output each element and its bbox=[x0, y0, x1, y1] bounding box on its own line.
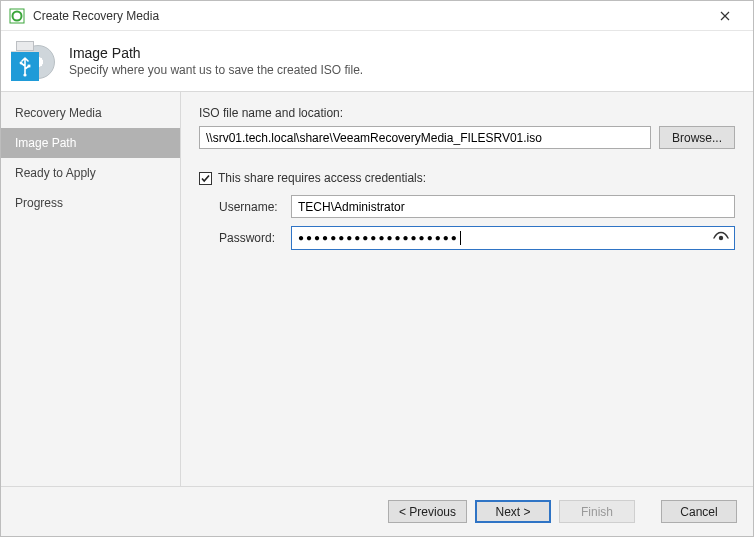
svg-point-4 bbox=[23, 73, 26, 76]
wizard-header: Image Path Specify where you want us to … bbox=[1, 31, 753, 91]
browse-button[interactable]: Browse... bbox=[659, 126, 735, 149]
wizard-content: ISO file name and location: Browse... Th… bbox=[181, 92, 753, 486]
iso-path-input[interactable] bbox=[199, 126, 651, 149]
page-subtitle: Specify where you want us to save the cr… bbox=[69, 63, 363, 77]
svg-rect-3 bbox=[28, 64, 31, 67]
sidebar-item-progress[interactable]: Progress bbox=[1, 188, 180, 218]
credentials-checkbox-label: This share requires access credentials: bbox=[218, 171, 426, 185]
app-icon bbox=[9, 8, 25, 24]
wizard-footer: < Previous Next > Finish Cancel bbox=[1, 486, 753, 536]
wizard-sidebar: Recovery Media Image Path Ready to Apply… bbox=[1, 92, 181, 486]
close-button[interactable] bbox=[705, 2, 745, 30]
window-title: Create Recovery Media bbox=[33, 9, 705, 23]
wizard-header-text: Image Path Specify where you want us to … bbox=[69, 45, 363, 77]
cancel-button[interactable]: Cancel bbox=[661, 500, 737, 523]
sidebar-item-image-path[interactable]: Image Path bbox=[1, 128, 180, 158]
previous-button[interactable]: < Previous bbox=[388, 500, 467, 523]
password-mask: ●●●●●●●●●●●●●●●●●●●● bbox=[298, 233, 459, 243]
next-button[interactable]: Next > bbox=[475, 500, 551, 523]
credentials-checkbox[interactable] bbox=[199, 172, 212, 185]
reveal-password-icon[interactable] bbox=[712, 229, 730, 247]
recovery-media-icon bbox=[11, 39, 55, 83]
wizard-window: Create Recovery Media Image Path Specify… bbox=[0, 0, 754, 537]
titlebar: Create Recovery Media bbox=[1, 1, 753, 31]
iso-path-label: ISO file name and location: bbox=[199, 106, 735, 120]
wizard-body: Recovery Media Image Path Ready to Apply… bbox=[1, 91, 753, 486]
password-input[interactable]: ●●●●●●●●●●●●●●●●●●●● bbox=[291, 226, 735, 250]
password-label: Password: bbox=[219, 231, 291, 245]
username-label: Username: bbox=[219, 200, 291, 214]
sidebar-item-ready-to-apply[interactable]: Ready to Apply bbox=[1, 158, 180, 188]
text-caret bbox=[460, 231, 461, 245]
finish-button: Finish bbox=[559, 500, 635, 523]
credentials-block: This share requires access credentials: … bbox=[199, 171, 735, 250]
sidebar-item-recovery-media[interactable]: Recovery Media bbox=[1, 98, 180, 128]
page-title: Image Path bbox=[69, 45, 363, 61]
svg-point-5 bbox=[719, 236, 723, 240]
svg-point-2 bbox=[20, 61, 23, 64]
username-input[interactable] bbox=[291, 195, 735, 218]
